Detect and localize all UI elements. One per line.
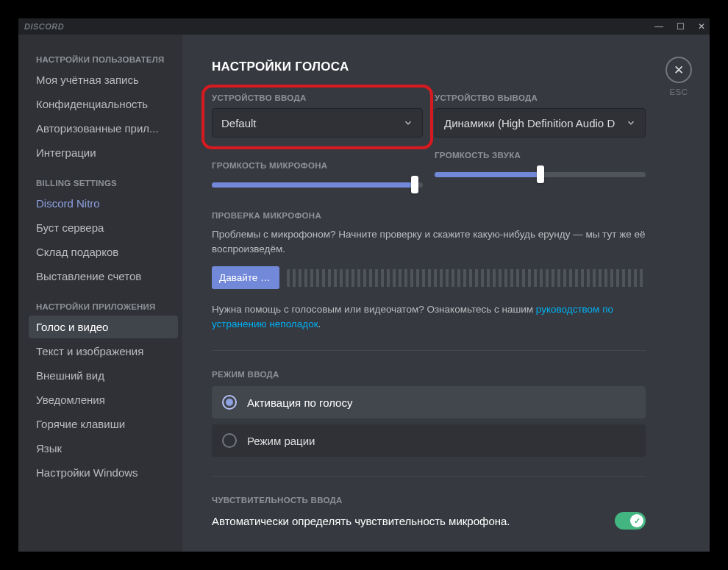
radio-label: Режим рации	[247, 435, 315, 447]
settings-sidebar[interactable]: НАСТРОЙКИ ПОЛЬЗОВАТЕЛЯМоя учётная запись…	[18, 35, 182, 552]
sidebar-item-integrations[interactable]: Интеграции	[29, 141, 178, 164]
divider	[212, 350, 646, 351]
sidebar-item-billing[interactable]: Выставление счетов	[29, 265, 178, 288]
sidebar-item-nitro[interactable]: Discord Nitro	[29, 192, 178, 215]
sidebar-item-text[interactable]: Текст и изображения	[29, 340, 178, 363]
input-device-label: УСТРОЙСТВО ВВОДА	[212, 93, 423, 102]
sidebar-item-language[interactable]: Язык	[29, 437, 178, 460]
sidebar-item-appearance[interactable]: Внешний вид	[29, 364, 178, 387]
mic-test-button[interactable]: Давайте пр...	[212, 266, 279, 289]
sidebar-item-windows[interactable]: Настройки Windows	[29, 461, 178, 484]
page-title: НАСТРОЙКИ ГОЛОСА	[212, 60, 680, 74]
radio-icon	[222, 433, 237, 448]
sidebar-section-header: НАСТРОЙКИ ПОЛЬЗОВАТЕЛЯ	[29, 49, 178, 68]
sidebar-item-voice[interactable]: Голос и видео	[29, 316, 178, 338]
close-settings-button[interactable]: ✕	[665, 57, 692, 83]
output-device-select[interactable]: Динамики (High Definition Audio D	[435, 108, 646, 138]
sensitivity-title: ЧУВСТВИТЕЛЬНОСТЬ ВВОДА	[212, 496, 680, 505]
sidebar-item-notifications[interactable]: Уведомления	[29, 388, 178, 411]
chevron-down-icon	[403, 118, 413, 128]
input-device-highlight: УСТРОЙСТВО ВВОДА Default	[201, 85, 433, 149]
mic-level-meter	[287, 269, 646, 287]
auto-sensitivity-toggle[interactable]: ✓	[615, 512, 646, 530]
output-volume-label: ГРОМКОСТЬ ЗВУКА	[435, 151, 646, 160]
auto-sensitivity-label: Автоматически определять чувствительност…	[212, 515, 510, 527]
output-device-label: УСТРОЙСТВО ВЫВОДА	[435, 93, 646, 102]
divider	[212, 476, 646, 477]
sidebar-item-authorized[interactable]: Авторизованные прил...	[29, 117, 178, 140]
sidebar-section-header: НАСТРОЙКИ ПРИЛОЖЕНИЯ	[29, 289, 178, 316]
close-window-button[interactable]: ✕	[698, 22, 705, 31]
minimize-button[interactable]: —	[654, 22, 663, 31]
sidebar-section-header: BILLING SETTINGS	[29, 165, 178, 192]
input-mode-voice-activity[interactable]: Активация по голосу	[212, 386, 646, 418]
radio-label: Активация по голосу	[247, 396, 352, 409]
input-volume-slider[interactable]	[212, 176, 423, 193]
input-mode-ptt[interactable]: Режим рации	[212, 424, 646, 457]
close-esc-label: ESC	[665, 88, 692, 96]
app-title: DISCORD	[24, 22, 64, 31]
output-volume-slider[interactable]	[435, 165, 646, 183]
sidebar-item-account[interactable]: Моя учётная запись	[29, 68, 178, 91]
sidebar-item-gifts[interactable]: Склад подарков	[29, 241, 178, 263]
input-device-select[interactable]: Default	[212, 108, 423, 138]
maximize-button[interactable]: ☐	[677, 22, 685, 31]
sidebar-item-boost[interactable]: Буст сервера	[29, 216, 178, 239]
window-titlebar: DISCORD — ☐ ✕	[18, 18, 710, 35]
sidebar-item-keybinds[interactable]: Горячие клавиши	[29, 413, 178, 435]
input-mode-title: РЕЖИМ ВВОДА	[212, 370, 680, 379]
input-volume-label: ГРОМКОСТЬ МИКРОФОНА	[212, 161, 423, 170]
chevron-down-icon	[626, 118, 636, 128]
help-text: Нужна помощь с голосовым или видеочатом?…	[212, 302, 646, 331]
settings-content: ✕ ESC НАСТРОЙКИ ГОЛОСА УСТРОЙСТВО ВВОДА …	[182, 35, 710, 552]
mic-test-desc: Проблемы с микрофоном? Начните проверку …	[212, 227, 646, 256]
sidebar-item-privacy[interactable]: Конфиденциальность	[29, 93, 178, 115]
radio-icon	[222, 395, 237, 410]
check-icon: ✓	[630, 514, 643, 527]
mic-test-title: ПРОВЕРКА МИКРОФОНА	[212, 211, 680, 220]
